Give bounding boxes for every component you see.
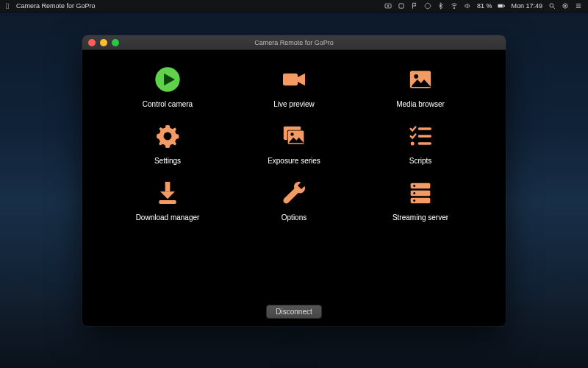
menu-extra-icon[interactable] bbox=[424, 2, 431, 10]
tile-exposure-series[interactable]: Exposure series bbox=[268, 120, 320, 165]
macos-menubar:  Camera Remote for GoPro 81 % Mon 17:49 bbox=[0, 0, 588, 13]
svg-point-27 bbox=[411, 142, 415, 146]
main-menu-grid: Control camera Live preview Media browse… bbox=[82, 50, 506, 222]
menubar-app-name[interactable]: Camera Remote for GoPro bbox=[16, 2, 96, 10]
tile-label: Download manager bbox=[136, 213, 200, 222]
spotlight-icon[interactable] bbox=[548, 2, 556, 10]
server-icon bbox=[404, 177, 437, 209]
tile-options[interactable]: Options bbox=[278, 177, 310, 222]
svg-rect-31 bbox=[159, 200, 176, 204]
svg-point-24 bbox=[290, 132, 293, 135]
svg-point-33 bbox=[413, 185, 415, 187]
menubar-clock[interactable]: Mon 17:49 bbox=[511, 2, 542, 10]
tile-control-camera[interactable]: Control camera bbox=[143, 63, 193, 108]
svg-point-3 bbox=[453, 8, 454, 9]
play-icon bbox=[151, 63, 184, 96]
menu-extra-icon[interactable] bbox=[384, 2, 392, 10]
tile-label: Control camera bbox=[143, 100, 193, 108]
tile-label: Live preview bbox=[273, 100, 315, 108]
window-title: Camera Remote for GoPro bbox=[82, 39, 506, 46]
volume-icon[interactable] bbox=[464, 2, 471, 10]
svg-marker-30 bbox=[160, 191, 175, 199]
svg-rect-26 bbox=[418, 135, 431, 137]
disconnect-button[interactable]: Disconnect bbox=[266, 305, 321, 319]
menu-extra-icon[interactable] bbox=[398, 2, 405, 10]
tile-settings[interactable]: Settings bbox=[151, 120, 184, 165]
svg-rect-16 bbox=[283, 74, 298, 86]
tile-live-preview[interactable]: Live preview bbox=[273, 63, 315, 108]
tile-label: Settings bbox=[154, 157, 181, 165]
svg-rect-29 bbox=[165, 182, 171, 191]
checklist-icon bbox=[404, 120, 437, 152]
svg-point-37 bbox=[413, 199, 415, 202]
svg-point-1 bbox=[387, 5, 389, 7]
gear-icon bbox=[151, 120, 184, 152]
tile-label: Streaming server bbox=[392, 213, 448, 222]
window-footer: Disconnect bbox=[82, 299, 506, 326]
svg-rect-5 bbox=[498, 5, 503, 7]
image-icon bbox=[404, 63, 437, 96]
window-titlebar[interactable]: Camera Remote for GoPro bbox=[82, 35, 506, 50]
bluetooth-icon[interactable] bbox=[437, 2, 445, 10]
download-icon bbox=[151, 177, 184, 209]
battery-icon[interactable] bbox=[498, 2, 505, 10]
svg-point-35 bbox=[413, 192, 415, 194]
minimize-icon[interactable] bbox=[100, 39, 107, 46]
menu-extra-icon[interactable] bbox=[411, 2, 418, 10]
wrench-icon bbox=[278, 177, 310, 209]
tile-label: Options bbox=[282, 213, 306, 222]
tile-label: Exposure series bbox=[268, 157, 320, 165]
apple-menu-icon[interactable]:  bbox=[6, 2, 9, 10]
traffic-lights bbox=[82, 39, 119, 46]
svg-rect-25 bbox=[418, 127, 431, 130]
app-window: Camera Remote for GoPro Control camera L… bbox=[82, 35, 506, 326]
tile-label: Media browser bbox=[396, 100, 445, 108]
video-camera-icon bbox=[278, 63, 310, 96]
window-content: Control camera Live preview Media browse… bbox=[82, 50, 506, 326]
image-stack-icon bbox=[278, 120, 310, 152]
tile-streaming-server[interactable]: Streaming server bbox=[392, 177, 448, 222]
svg-rect-6 bbox=[504, 5, 505, 7]
svg-marker-17 bbox=[298, 74, 305, 86]
tile-media-browser[interactable]: Media browser bbox=[396, 63, 445, 108]
svg-point-10 bbox=[564, 5, 566, 7]
svg-rect-2 bbox=[399, 4, 404, 8]
tile-label: Scripts bbox=[409, 157, 432, 165]
svg-rect-28 bbox=[418, 142, 431, 144]
svg-point-20 bbox=[164, 132, 172, 141]
svg-line-8 bbox=[553, 7, 555, 9]
svg-point-19 bbox=[414, 74, 418, 79]
close-icon[interactable] bbox=[88, 39, 96, 46]
control-center-icon[interactable] bbox=[562, 2, 569, 10]
notification-center-icon[interactable] bbox=[575, 2, 582, 10]
wifi-icon[interactable] bbox=[451, 2, 458, 10]
tile-scripts[interactable]: Scripts bbox=[404, 120, 437, 165]
battery-percent: 81 % bbox=[477, 2, 492, 10]
tile-download-manager[interactable]: Download manager bbox=[136, 177, 200, 222]
zoom-icon[interactable] bbox=[112, 39, 119, 46]
svg-point-7 bbox=[550, 4, 553, 7]
